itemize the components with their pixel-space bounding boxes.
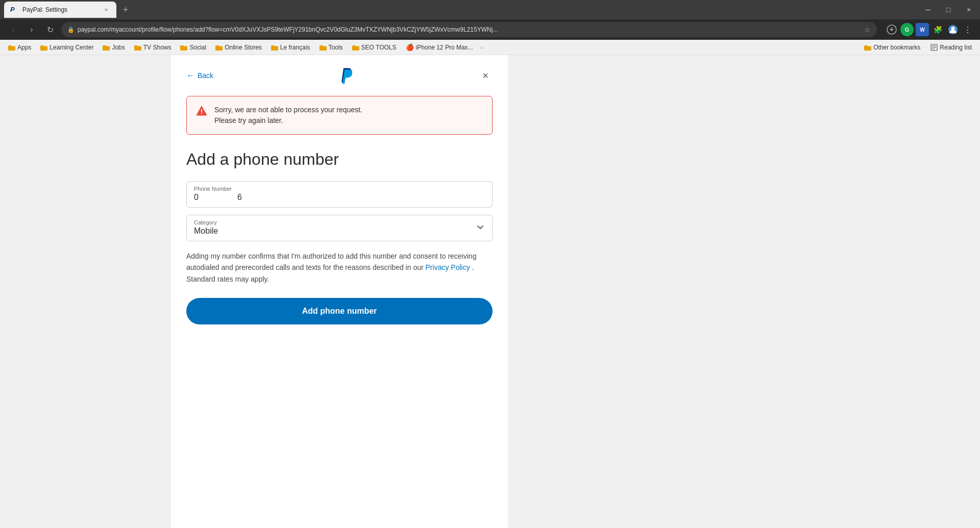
back-arrow-icon: ←: [186, 71, 194, 80]
bookmark-jobs-label: Jobs: [112, 44, 125, 51]
form-area: Add a phone number Phone Number 0 6: [171, 140, 508, 335]
category-select[interactable]: Category Mobile: [186, 215, 493, 241]
close-window-btn[interactable]: ×: [962, 3, 976, 17]
category-value: Mobile: [194, 227, 476, 236]
bookmark-french-label: Le français: [280, 44, 310, 51]
svg-point-2: [951, 27, 955, 31]
legal-text: Adding my number confirms that I'm autho…: [186, 250, 493, 285]
bookmark-learning[interactable]: Learning Center: [36, 43, 97, 52]
bookmark-other-label: Other bookmarks: [873, 44, 920, 51]
add-phone-button[interactable]: Add phone number: [186, 298, 493, 324]
bookmark-seo-label: SEO TOOLS: [361, 44, 397, 51]
bookmark-social[interactable]: Social: [176, 43, 210, 52]
bookmark-tvshows-label: TV Shows: [143, 44, 172, 51]
bookmark-social-label: Social: [189, 44, 206, 51]
back-nav-btn[interactable]: ‹: [6, 22, 20, 37]
back-label: Back: [198, 71, 213, 80]
tab-close-btn[interactable]: ×: [102, 6, 110, 14]
right-panel: [508, 55, 980, 528]
close-btn[interactable]: ×: [478, 68, 493, 83]
page-content: ← Back × !: [0, 55, 980, 528]
form-title: Add a phone number: [186, 150, 493, 169]
address-bar: ‹ › ↻ 🔒 paypal.com/myaccount/profile/flo…: [0, 19, 980, 40]
phone-number-field[interactable]: Phone Number 0 6: [186, 181, 493, 208]
bookmark-tools[interactable]: Tools: [315, 43, 347, 52]
browser-menu-btn[interactable]: ⋮: [962, 23, 974, 37]
modal-container: ← Back × !: [171, 55, 508, 528]
bookmark-online-stores[interactable]: Online Stores: [211, 43, 266, 52]
window-controls: ─ □ ×: [921, 3, 976, 17]
puzzle-ext-icon[interactable]: 🧩: [931, 23, 944, 36]
bookmark-seo[interactable]: SEO TOOLS: [348, 43, 401, 52]
svg-text:!: !: [201, 108, 203, 115]
error-line2: Please try again later.: [214, 116, 283, 124]
bookmark-jobs[interactable]: Jobs: [99, 43, 129, 52]
lock-icon: 🔒: [67, 27, 75, 33]
bookmarks-bar: Apps Learning Center Jobs TV Shows Socia…: [0, 40, 980, 55]
phone-number-group: Phone Number 0 6: [186, 181, 493, 208]
reload-btn[interactable]: ↻: [43, 22, 57, 37]
privacy-policy-link[interactable]: Privacy Policy: [426, 263, 470, 271]
bookmarks-overflow[interactable]: »: [478, 44, 485, 51]
extension-icons: G W 🧩 ⋮: [885, 23, 974, 37]
category-group: Category Mobile: [186, 215, 493, 241]
url-bar[interactable]: 🔒 paypal.com/myaccount/profile/flow/phon…: [61, 22, 877, 37]
tab-favicon: P: [10, 6, 18, 14]
minimize-btn[interactable]: ─: [921, 3, 935, 17]
error-banner: ! Sorry, we are not able to process your…: [186, 96, 493, 135]
bookmark-apps[interactable]: Apps: [4, 43, 35, 52]
download-icon[interactable]: [885, 23, 898, 36]
bookmark-apple[interactable]: 🍎 iPhone 12 Pro Max...: [402, 42, 477, 52]
modal-header: ← Back ×: [171, 55, 508, 91]
forward-nav-btn[interactable]: ›: [24, 22, 39, 37]
bookmark-french[interactable]: Le français: [267, 43, 314, 52]
reading-list-label: Reading list: [940, 44, 972, 51]
bookmark-star-icon[interactable]: ☆: [864, 26, 871, 34]
error-triangle-icon: !: [196, 105, 207, 119]
profile-icon[interactable]: [946, 23, 960, 36]
bookmark-other[interactable]: Other bookmarks: [860, 43, 924, 52]
phone-prefix: 0: [194, 193, 199, 202]
bookmark-tools-label: Tools: [329, 44, 343, 51]
bookmark-apple-label: iPhone 12 Pro Max...: [416, 44, 473, 51]
bookmark-learning-label: Learning Center: [50, 44, 93, 51]
left-panel: [0, 55, 171, 528]
other-bookmarks-area: Other bookmarks Reading list: [860, 43, 976, 52]
error-line1: Sorry, we are not able to process your r…: [214, 106, 362, 114]
bookmark-apps-label: Apps: [17, 44, 31, 51]
new-tab-btn[interactable]: +: [118, 3, 133, 17]
reading-list-item[interactable]: Reading list: [926, 43, 976, 52]
url-text: paypal.com/myaccount/profile/flow/phones…: [78, 26, 861, 33]
page-wrapper: ← Back × !: [0, 55, 980, 528]
bookmark-online-stores-label: Online Stores: [225, 44, 262, 51]
phone-suffix: 6: [237, 193, 242, 202]
back-link[interactable]: ← Back: [186, 71, 213, 80]
tab-title: PayPal: Settings: [22, 6, 98, 13]
category-label: Category: [194, 219, 476, 225]
phone-number-value[interactable]: 0 6: [194, 193, 485, 202]
active-tab[interactable]: P PayPal: Settings ×: [4, 2, 116, 18]
error-message: Sorry, we are not able to process your r…: [214, 105, 362, 126]
bookmark-tvshows[interactable]: TV Shows: [130, 43, 176, 52]
maximize-btn[interactable]: □: [941, 3, 955, 17]
tab-bar: P PayPal: Settings × + ─ □ ×: [0, 0, 980, 19]
grammarly-ext-icon[interactable]: G: [900, 23, 914, 36]
paypal-logo: [336, 65, 356, 86]
word-ext-icon[interactable]: W: [916, 23, 929, 36]
chevron-down-icon: [476, 222, 485, 233]
category-content: Category Mobile: [194, 219, 476, 236]
phone-number-label: Phone Number: [194, 186, 485, 192]
